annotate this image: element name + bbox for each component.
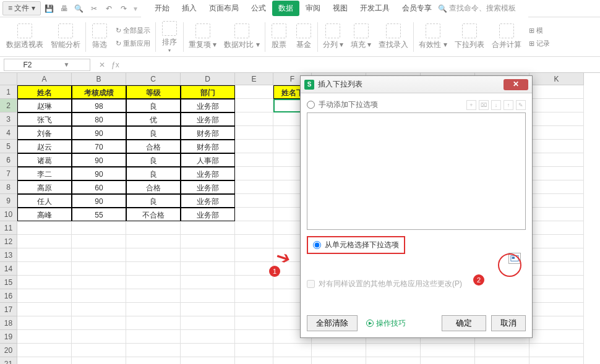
cell[interactable]: 高峰 — [17, 208, 72, 221]
cell[interactable]: 张飞 — [17, 112, 72, 126]
remove-item-icon[interactable]: ⌧ — [479, 100, 489, 110]
cell[interactable] — [529, 180, 584, 194]
cell[interactable] — [126, 330, 181, 344]
cell[interactable]: 财务部 — [181, 140, 235, 153]
cell[interactable] — [235, 248, 273, 262]
cell[interactable] — [475, 357, 529, 364]
tips-link[interactable]: ▶ 操作技巧 — [366, 318, 406, 329]
cell[interactable] — [72, 235, 126, 248]
close-icon[interactable]: ✕ — [504, 79, 528, 90]
cell[interactable] — [366, 344, 421, 357]
cell[interactable] — [126, 221, 181, 235]
cell[interactable] — [235, 208, 273, 221]
clear-all-button[interactable]: 全部清除 — [307, 315, 358, 331]
cell[interactable] — [181, 221, 235, 235]
cell[interactable]: 诸葛 — [17, 153, 72, 167]
row-header[interactable]: 6 — [0, 153, 17, 167]
print-icon[interactable]: 🖶 — [59, 3, 70, 14]
tab-home[interactable]: 开始 — [148, 1, 176, 16]
row-header[interactable]: 16 — [0, 289, 17, 303]
ribbon-fill[interactable]: 填充 ▾ — [347, 19, 375, 56]
apply-same-row[interactable]: 对有同样设置的其他单元格应用这些更改(P) — [307, 279, 526, 289]
cell[interactable]: 高原 — [17, 180, 72, 194]
cell[interactable] — [181, 276, 235, 289]
row-header[interactable]: 9 — [0, 194, 17, 208]
cell[interactable]: 财务部 — [181, 126, 235, 140]
cell[interactable] — [126, 262, 181, 276]
ribbon-consolidate[interactable]: 合并计算 — [488, 19, 525, 56]
ribbon-dup[interactable]: 重复项 ▾ — [185, 19, 220, 56]
cell[interactable] — [126, 235, 181, 248]
cell[interactable] — [235, 99, 273, 112]
cell[interactable]: 良 — [126, 126, 181, 140]
row-header[interactable]: 8 — [0, 180, 17, 194]
cell[interactable]: 考核成绩 — [72, 85, 126, 99]
tab-review[interactable]: 审阅 — [299, 1, 327, 16]
cell[interactable] — [529, 303, 584, 316]
cell[interactable]: 98 — [72, 99, 126, 112]
preview-icon[interactable]: 🔍 — [74, 3, 85, 14]
cell[interactable] — [72, 344, 126, 357]
radio-from-cells[interactable] — [313, 241, 321, 249]
col-header[interactable]: A — [17, 73, 72, 85]
cell[interactable]: 90 — [72, 167, 126, 180]
cell[interactable] — [181, 316, 235, 330]
qat-dropdown[interactable]: ▾ — [131, 3, 140, 14]
cell[interactable] — [529, 235, 584, 248]
cell[interactable]: 90 — [72, 126, 126, 140]
col-header[interactable]: D — [181, 73, 235, 85]
cell[interactable]: 赵云 — [17, 140, 72, 153]
cell[interactable] — [181, 357, 235, 364]
cell[interactable] — [72, 357, 126, 364]
cell[interactable] — [529, 289, 584, 303]
row-header[interactable]: 12 — [0, 235, 17, 248]
row-header[interactable]: 10 — [0, 208, 17, 221]
cell[interactable] — [235, 112, 273, 126]
cell[interactable] — [17, 235, 72, 248]
cell[interactable] — [529, 194, 584, 208]
cancel-button[interactable]: 取消 — [491, 315, 526, 331]
cell[interactable] — [181, 248, 235, 262]
cell[interactable] — [529, 248, 584, 262]
cell[interactable]: 李二 — [17, 167, 72, 180]
ribbon-compare[interactable]: 数据对比 ▾ — [220, 19, 263, 56]
cell[interactable] — [235, 126, 273, 140]
row-header[interactable]: 20 — [0, 344, 17, 357]
cell[interactable] — [17, 357, 72, 364]
cell[interactable] — [17, 330, 72, 344]
cut-icon[interactable]: ✂ — [88, 3, 100, 14]
cell[interactable]: 60 — [72, 180, 126, 194]
row-header[interactable]: 3 — [0, 112, 17, 126]
cell[interactable] — [235, 262, 273, 276]
cell[interactable]: 70 — [72, 140, 126, 153]
cell[interactable] — [126, 248, 181, 262]
cell[interactable] — [475, 344, 529, 357]
dialog-titlebar[interactable]: S 插入下拉列表 ✕ — [301, 76, 532, 93]
cell[interactable]: 赵琳 — [17, 99, 72, 112]
ribbon-pivot[interactable]: 数据透视表 — [2, 19, 47, 56]
cell[interactable] — [17, 262, 72, 276]
cell[interactable] — [235, 140, 273, 153]
cell[interactable] — [235, 357, 273, 364]
cell[interactable]: 业务部 — [181, 180, 235, 194]
cell[interactable]: 人事部 — [181, 153, 235, 167]
cell[interactable]: 良 — [126, 194, 181, 208]
row-header[interactable]: 18 — [0, 316, 17, 330]
cell[interactable]: 良 — [126, 99, 181, 112]
tab-layout[interactable]: 页面布局 — [203, 1, 245, 16]
cell[interactable] — [181, 344, 235, 357]
cell[interactable] — [17, 303, 72, 316]
ribbon-sort[interactable]: 排序▾ — [157, 19, 182, 56]
cell[interactable] — [126, 357, 181, 364]
ribbon-stock[interactable]: 股票 — [267, 19, 291, 56]
cell[interactable]: 90 — [72, 194, 126, 208]
cell[interactable] — [235, 194, 273, 208]
col-header[interactable]: C — [126, 73, 181, 85]
cell[interactable]: 姓名 — [17, 85, 72, 99]
cell[interactable] — [529, 276, 584, 289]
row-header[interactable]: 4 — [0, 126, 17, 140]
save-icon[interactable]: 💾 — [44, 3, 55, 14]
cell[interactable] — [235, 276, 273, 289]
cell[interactable] — [529, 112, 584, 126]
cell[interactable] — [17, 221, 72, 235]
